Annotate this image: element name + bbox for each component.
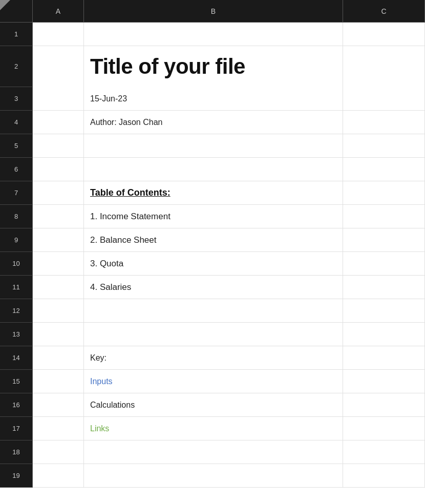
cell-10-b[interactable]: 3. Quota — [84, 252, 343, 275]
cell-5-c[interactable] — [343, 134, 425, 157]
cell-9-a[interactable] — [33, 228, 84, 251]
cell-13-c[interactable] — [343, 323, 425, 346]
cell-13-b[interactable] — [84, 323, 343, 346]
cell-2-b[interactable]: Title of your file — [84, 46, 343, 87]
row-num-8: 8 — [0, 205, 33, 228]
table-row — [33, 158, 425, 181]
cell-15-c[interactable] — [343, 370, 425, 393]
cell-12-c[interactable] — [343, 299, 425, 322]
cell-18-b[interactable] — [84, 440, 343, 464]
cell-13-a[interactable] — [33, 323, 84, 346]
row-num-4: 4 — [0, 111, 33, 134]
row-numbers-column: 1 2 3 4 5 6 7 8 9 10 11 12 13 14 15 16 1… — [0, 0, 33, 504]
author-value: Author: Jason Chan — [90, 118, 162, 127]
table-row: Calculations — [33, 393, 425, 417]
cell-15-a[interactable] — [33, 370, 84, 393]
row-num-16: 16 — [0, 393, 33, 417]
table-row — [33, 23, 425, 46]
cell-9-c[interactable] — [343, 228, 425, 251]
cell-10-a[interactable] — [33, 252, 84, 275]
table-row: Author: Jason Chan — [33, 111, 425, 134]
cell-4-c[interactable] — [343, 111, 425, 134]
toc-heading: Table of Contents: — [90, 187, 171, 198]
cell-19-b[interactable] — [84, 464, 343, 487]
row-num-1: 1 — [0, 23, 33, 46]
cell-4-b[interactable]: Author: Jason Chan — [84, 111, 343, 134]
cell-10-c[interactable] — [343, 252, 425, 275]
table-row: Table of Contents: — [33, 181, 425, 205]
cell-19-c[interactable] — [343, 464, 425, 487]
cell-12-b[interactable] — [84, 299, 343, 322]
table-row: Key: — [33, 346, 425, 370]
row-num-19: 19 — [0, 464, 33, 488]
table-row: 3. Quota — [33, 252, 425, 276]
cell-14-b[interactable]: Key: — [84, 346, 343, 369]
cell-16-c[interactable] — [343, 393, 425, 416]
cell-8-c[interactable] — [343, 205, 425, 228]
cell-3-b[interactable]: 15-Jun-23 — [84, 87, 343, 110]
cell-4-a[interactable] — [33, 111, 84, 134]
row-num-18: 18 — [0, 440, 33, 464]
cell-3-c[interactable] — [343, 87, 425, 110]
table-row — [33, 134, 425, 158]
table-row — [33, 299, 425, 323]
spreadsheet: 1 2 3 4 5 6 7 8 9 10 11 12 13 14 15 16 1… — [0, 0, 425, 504]
cell-8-b[interactable]: 1. Income Statement — [84, 205, 343, 228]
cell-2-c[interactable] — [343, 46, 425, 87]
table-row — [33, 440, 425, 464]
cell-18-a[interactable] — [33, 440, 84, 464]
cell-14-a[interactable] — [33, 346, 84, 369]
cell-1-b[interactable] — [84, 23, 343, 46]
cell-7-a[interactable] — [33, 181, 84, 204]
row-num-3: 3 — [0, 87, 33, 111]
row-num-14: 14 — [0, 346, 33, 370]
row-num-15: 15 — [0, 370, 33, 393]
table-row: Links — [33, 417, 425, 440]
row-num-12: 12 — [0, 299, 33, 323]
cell-5-a[interactable] — [33, 134, 84, 157]
cell-15-b[interactable]: Inputs — [84, 370, 343, 393]
calculations-label: Calculations — [90, 401, 135, 410]
toc-item-4: 4. Salaries — [90, 282, 131, 292]
row-num-9: 9 — [0, 228, 33, 252]
date-value: 15-Jun-23 — [90, 94, 127, 103]
table-row — [33, 464, 425, 488]
cell-1-a[interactable] — [33, 23, 84, 46]
inputs-label: Inputs — [90, 377, 113, 386]
cell-7-b[interactable]: Table of Contents: — [84, 181, 343, 204]
cell-1-c[interactable] — [343, 23, 425, 46]
table-row: Inputs — [33, 370, 425, 393]
row-num-11: 11 — [0, 276, 33, 299]
toc-item-1: 1. Income Statement — [90, 212, 171, 222]
links-label: Links — [90, 424, 109, 433]
cell-6-a[interactable] — [33, 158, 84, 181]
cell-19-a[interactable] — [33, 464, 84, 487]
table-row: 15-Jun-23 — [33, 87, 425, 111]
cell-17-b[interactable]: Links — [84, 417, 343, 440]
cell-12-a[interactable] — [33, 299, 84, 322]
toc-item-3: 3. Quota — [90, 259, 123, 269]
cell-5-b[interactable] — [84, 134, 343, 157]
data-rows: Title of your file 15-Jun-23 Aut — [33, 23, 425, 504]
table-row: Title of your file — [33, 46, 425, 87]
cell-11-a[interactable] — [33, 276, 84, 299]
row-num-10: 10 — [0, 252, 33, 276]
row-num-2: 2 — [0, 46, 33, 87]
toc-item-2: 2. Balance Sheet — [90, 235, 156, 245]
cell-16-b[interactable]: Calculations — [84, 393, 343, 416]
cell-9-b[interactable]: 2. Balance Sheet — [84, 228, 343, 251]
cell-7-c[interactable] — [343, 181, 425, 204]
cell-6-c[interactable] — [343, 158, 425, 181]
cell-8-a[interactable] — [33, 205, 84, 228]
cell-6-b[interactable] — [84, 158, 343, 181]
cell-17-c[interactable] — [343, 417, 425, 440]
row-num-13: 13 — [0, 323, 33, 346]
cell-16-a[interactable] — [33, 393, 84, 416]
cell-11-c[interactable] — [343, 276, 425, 299]
cell-11-b[interactable]: 4. Salaries — [84, 276, 343, 299]
cell-2-a[interactable] — [33, 46, 84, 87]
cell-17-a[interactable] — [33, 417, 84, 440]
cell-18-c[interactable] — [343, 440, 425, 464]
cell-14-c[interactable] — [343, 346, 425, 369]
cell-3-a[interactable] — [33, 87, 84, 110]
